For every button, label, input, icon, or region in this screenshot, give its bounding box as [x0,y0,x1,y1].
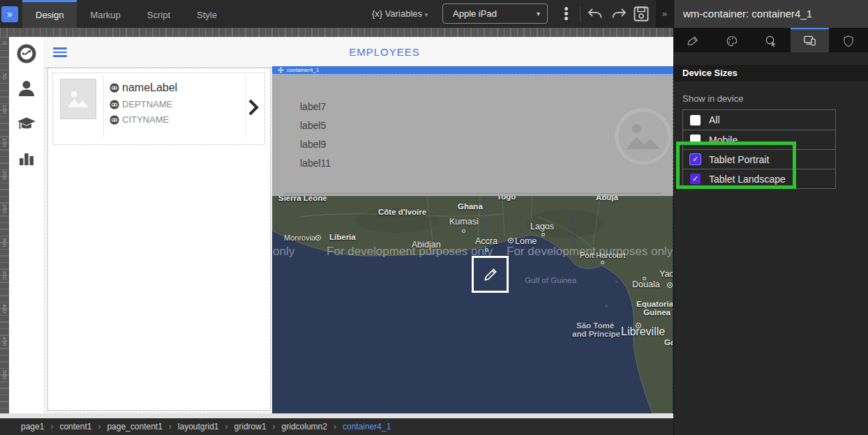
page-title: EMPLOYEES [329,46,440,58]
field-label-CITYNAME: CITYNAME [122,114,169,125]
ruler-number: 450 [1,336,8,346]
horizontal-ruler [0,28,673,37]
tab-script[interactable]: Script [134,0,184,28]
map-terrain [272,196,673,413]
tab-style[interactable]: Style [184,0,230,28]
ruler-number: 150 [1,137,8,148]
hamburger-menu-icon[interactable] [53,47,67,58]
map-marker-ring [315,235,321,241]
map-edit-button[interactable] [472,256,509,293]
move-icon [278,67,284,73]
map-marker-dot [601,261,604,264]
container-label-label11[interactable]: label11 [300,158,331,169]
device-row-tablet-portrait[interactable]: ✓Tablet Portrait [683,149,835,169]
device-preview-value: Apple iPad [453,8,497,19]
device-preview-select[interactable]: Apple iPad ▾ [442,3,548,24]
field-label-DEPTNAME: DEPTNAME [122,99,172,109]
variables-menu[interactable]: {x} Variables ▾ [372,0,428,28]
tab-styles palette-icon[interactable] [713,28,752,52]
bind-link-icon [110,83,119,93]
map-marker-ring [636,323,641,328]
breadcrumb-separator: › [334,422,336,432]
google-map-widget[interactable]: Sierra LeoneCôte d'IvoireGhanaTogoAbujaK… [272,196,673,413]
tab-events events-icon[interactable] [751,28,791,52]
toolbar-divider [580,6,581,22]
chevron-right-icon [248,98,259,116]
list-field-row: DEPTNAME [110,99,245,109]
variables-label: {x} Variables [372,8,422,19]
map-marker-dot [485,248,488,252]
panel-expand-button[interactable]: » [656,0,673,28]
device-row-all[interactable]: All [683,110,835,130]
ruler-number: 200 [1,170,8,181]
canvas-bottom-scroll-strip[interactable] [0,413,673,418]
bind-link-icon [110,100,119,109]
breadcrumb-item-page1[interactable]: page1 [21,422,44,432]
ruler-number: 0 [1,38,8,48]
save-button[interactable] [632,6,650,22]
ruler-number: 500 [1,369,8,380]
chevron-down-icon: ▾ [425,11,428,18]
breadcrumb-item-content1[interactable]: content1 [59,422,91,432]
breadcrumb-item-container4_1[interactable]: container4_1 [343,422,391,432]
container-label-label5[interactable]: label5 [300,120,326,131]
inspector-title: wm-container: container4_1 [674,0,868,28]
device-row-tablet-landscape[interactable]: ✓Tablet Landscape [683,169,835,188]
design-canvas: EMPLOYEES nameLabelDEPTNAMECITYNAME cont… [43,37,673,413]
container4_1-widget[interactable]: label7label5label9label11 [272,75,673,196]
selected-widget-tag[interactable]: container4_1 [272,66,673,75]
tab-security shield-icon[interactable] [829,28,868,52]
breadcrumb-item-gridcolumn2[interactable]: gridcolumn2 [282,422,327,432]
sidebar-collapse-button[interactable]: » [1,6,18,22]
breadcrumb-separator: › [169,422,172,432]
tab-properties pencil-icon[interactable] [674,28,713,52]
nav-dashboard-item dashboard-icon[interactable] [16,43,37,64]
device-size-table: AllMobile✓Tablet Portrait✓Tablet Landsca… [682,109,836,189]
top-toolbar: » DesignMarkupScriptStyle {x} Variables … [0,0,656,28]
nav-reports-item bar-chart-icon[interactable] [16,148,37,169]
more-options-button[interactable] [560,6,571,22]
container-label-label9[interactable]: label9 [300,139,326,150]
map-marker-island [605,305,608,307]
device-row-label: Mobile [709,135,738,146]
nav-employees-item user-icon[interactable] [16,78,37,99]
show-in-device-label: Show in device [682,93,868,104]
tab-device-sizes devices-icon[interactable] [791,28,830,52]
container-label-label7[interactable]: label7 [300,101,326,112]
map-marker-ring [508,238,514,243]
undo-button[interactable] [586,6,604,22]
breadcrumb-item-gridrow1[interactable]: gridrow1 [234,422,267,432]
tab-design[interactable]: Design [22,0,77,28]
map-marker-ring [667,282,673,288]
nav-education-item graduation-cap-icon[interactable] [16,113,37,134]
list-field-row: CITYNAME [110,114,245,125]
page-header-widget[interactable]: EMPLOYEES [43,37,673,68]
breadcrumb-item-layoutgrid1[interactable]: layoutgrid1 [178,422,219,432]
selected-widget-name: container4_1 [287,67,319,73]
bind-link-icon [110,115,119,125]
list-item-template[interactable]: nameLabelDEPTNAMECITYNAME [52,72,265,145]
field-label-nameLabel: nameLabel [122,82,177,94]
list-field-row: nameLabel [110,82,245,94]
inspector-tabs [674,28,868,52]
checkbox[interactable] [690,135,701,145]
device-row-label: All [709,114,720,125]
ruler-number: 300 [1,237,8,247]
breadcrumb-separator: › [225,422,228,432]
map-marker-dot [462,229,465,233]
device-row-mobile[interactable]: Mobile [683,130,835,149]
checkbox[interactable] [690,115,701,125]
map-marker-dot [643,277,646,280]
ruler-number: 350 [1,270,8,280]
ruler-number: 400 [1,303,8,314]
picture-placeholder-icon [615,108,671,165]
redo-button[interactable] [610,6,628,22]
employees-list-widget[interactable]: nameLabelDEPTNAMECITYNAME [47,68,271,411]
checkbox[interactable]: ✓ [690,154,701,165]
breadcrumb-item-page_content1[interactable]: page_content1 [107,422,162,432]
widget-breadcrumb: page1›content1›page_content1›layoutgrid1… [0,418,673,435]
tab-markup[interactable]: Markup [77,0,133,28]
chevron-down-icon: ▾ [537,4,540,23]
map-marker-dot [541,233,545,236]
checkbox[interactable]: ✓ [690,174,701,184]
